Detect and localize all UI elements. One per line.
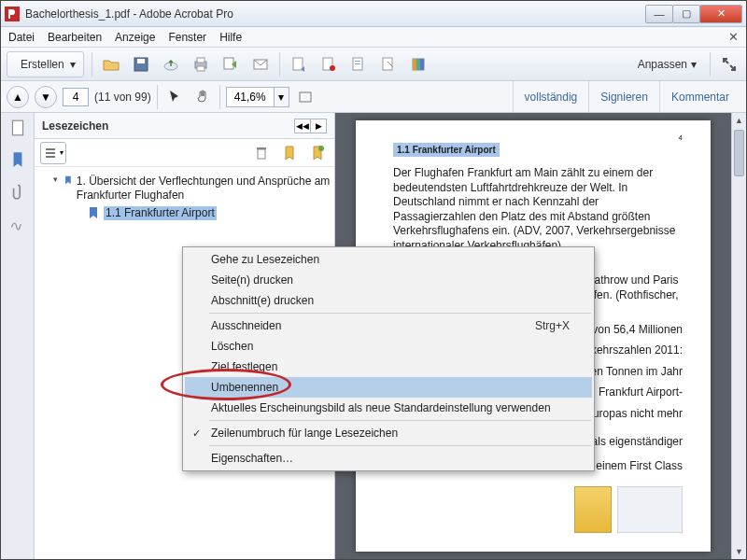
svg-point-30 bbox=[318, 146, 324, 151]
email-button[interactable] bbox=[249, 53, 272, 76]
page-heading: 1.1 Frankfurter Airport bbox=[393, 143, 500, 157]
panel-prev-button[interactable]: ◀◀ bbox=[294, 119, 311, 133]
multimedia-button[interactable] bbox=[407, 53, 430, 76]
menubar: Datei Bearbeiten Anzeige Fenster Hilfe ✕ bbox=[1, 27, 746, 48]
svg-rect-23 bbox=[300, 92, 311, 102]
export-pdf-button[interactable] bbox=[288, 53, 310, 76]
shortcut-label: Strg+X bbox=[535, 319, 570, 332]
signatures-icon[interactable] bbox=[8, 214, 27, 232]
create-pdf-button[interactable] bbox=[317, 53, 340, 76]
maximize-button[interactable]: ▢ bbox=[672, 5, 700, 23]
menu-item-set-destination[interactable]: Ziel festlegen bbox=[185, 357, 592, 377]
scroll-up-button[interactable]: ▲ bbox=[732, 113, 746, 128]
svg-rect-10 bbox=[224, 58, 233, 69]
hand-tool-button[interactable] bbox=[191, 86, 214, 108]
menu-item-wrap-bookmarks[interactable]: ✓Zeilenumbruch für lange Lesezeichen bbox=[185, 423, 592, 443]
zoom-control: ▾ bbox=[226, 87, 289, 107]
menu-datei[interactable]: Datei bbox=[8, 31, 35, 44]
menu-item-properties[interactable]: Eigenschaften… bbox=[185, 448, 592, 469]
context-menu: Gehe zu Lesezeichen Seite(n) drucken Abs… bbox=[182, 246, 595, 471]
zoom-tool-button[interactable] bbox=[295, 86, 317, 108]
comment-button[interactable] bbox=[377, 53, 400, 76]
collapse-icon[interactable]: ▾ bbox=[53, 175, 60, 184]
bookmark-icon bbox=[87, 206, 100, 219]
svg-rect-16 bbox=[355, 61, 360, 62]
zoom-dropdown[interactable]: ▾ bbox=[274, 88, 289, 106]
menu-item-goto-bookmark[interactable]: Gehe zu Lesezeichen bbox=[185, 249, 592, 270]
create-button[interactable]: Erstellen ▾ bbox=[7, 51, 84, 77]
menu-item-delete[interactable]: Löschen bbox=[185, 336, 592, 357]
print-button[interactable] bbox=[190, 53, 212, 76]
svg-rect-8 bbox=[197, 58, 204, 63]
share-button[interactable] bbox=[219, 53, 242, 76]
customize-label: Anpassen bbox=[638, 58, 687, 71]
svg-rect-29 bbox=[257, 147, 266, 149]
thumbnails-icon[interactable] bbox=[8, 119, 27, 137]
svg-rect-27 bbox=[46, 156, 55, 158]
menu-item-print-sections[interactable]: Abschnitt(e) drucken bbox=[185, 290, 592, 311]
main-toolbar: Erstellen ▾ Anpassen ▾ bbox=[1, 48, 746, 81]
save-button[interactable] bbox=[130, 53, 152, 76]
svg-rect-5 bbox=[137, 59, 145, 63]
right-panel-tabs: vollständig Signieren Kommentar bbox=[513, 81, 740, 113]
page-image-placeholder bbox=[574, 486, 612, 533]
fullscreen-button[interactable] bbox=[718, 53, 740, 76]
svg-rect-28 bbox=[258, 149, 265, 159]
bookmark-options-button[interactable]: ▾ bbox=[40, 142, 66, 164]
menu-hilfe[interactable]: Hilfe bbox=[219, 31, 242, 44]
chevron-down-icon: ▾ bbox=[70, 58, 76, 71]
delete-bookmark-button[interactable] bbox=[250, 142, 273, 164]
page-input[interactable] bbox=[63, 88, 89, 106]
menu-item-use-appearance[interactable]: Aktuelles Erscheinungsbild als neue Stan… bbox=[185, 398, 592, 418]
cloud-button[interactable] bbox=[160, 53, 182, 76]
scroll-thumb[interactable] bbox=[734, 130, 744, 176]
panel-next-button[interactable]: ▶ bbox=[310, 119, 327, 133]
new-bookmark-from-structure-button[interactable] bbox=[306, 142, 329, 164]
tab-signieren[interactable]: Signieren bbox=[588, 81, 659, 113]
svg-rect-25 bbox=[46, 148, 55, 150]
bookmarks-title: Lesezeichen bbox=[42, 119, 295, 133]
zoom-input[interactable] bbox=[227, 88, 274, 106]
attachments-icon[interactable] bbox=[8, 182, 27, 201]
svg-rect-22 bbox=[420, 59, 424, 70]
menu-item-print-pages[interactable]: Seite(n) drucken bbox=[185, 270, 592, 290]
new-bookmark-button[interactable] bbox=[278, 142, 301, 164]
next-page-button[interactable]: ▼ bbox=[35, 86, 57, 108]
page-total: (11 von 99) bbox=[94, 91, 151, 104]
bookmark-item[interactable]: ▾ 1. Übersicht der Verflechtungen und An… bbox=[36, 173, 332, 204]
minimize-button[interactable]: — bbox=[645, 5, 673, 23]
menu-item-rename[interactable]: Umbenennen bbox=[185, 377, 592, 398]
bookmark-label: 1.1 Frankfurter Airport bbox=[104, 206, 217, 220]
svg-point-14 bbox=[330, 65, 335, 71]
svg-rect-24 bbox=[12, 120, 22, 135]
bookmarks-tools: ▾ bbox=[35, 139, 334, 167]
menu-bearbeiten[interactable]: Bearbeiten bbox=[48, 31, 102, 44]
bookmark-item[interactable]: 1.1 Frankfurter Airport bbox=[36, 204, 332, 222]
menubar-close-icon[interactable]: ✕ bbox=[728, 30, 739, 44]
menu-fenster[interactable]: Fenster bbox=[168, 31, 206, 44]
svg-rect-12 bbox=[293, 58, 303, 70]
menu-anzeige[interactable]: Anzeige bbox=[115, 31, 155, 44]
prev-page-button[interactable]: ▲ bbox=[7, 86, 29, 108]
bookmarks-icon[interactable] bbox=[8, 150, 27, 169]
page-image-placeholder bbox=[617, 486, 683, 533]
customize-button[interactable]: Anpassen ▾ bbox=[632, 58, 702, 71]
close-button[interactable]: ✕ bbox=[699, 5, 742, 23]
left-rail bbox=[1, 113, 35, 559]
page-number: 4 bbox=[679, 133, 683, 143]
tab-kommentar[interactable]: Kommentar bbox=[659, 81, 740, 113]
page-controls: (11 von 99) bbox=[63, 88, 151, 106]
svg-rect-21 bbox=[416, 59, 420, 70]
scroll-down-button[interactable]: ▼ bbox=[732, 544, 746, 559]
chevron-down-icon: ▾ bbox=[691, 58, 697, 71]
page-text: Der Flughafen Frankfurt am Main zählt zu… bbox=[393, 166, 683, 254]
menu-item-cut[interactable]: AusschneidenStrg+X bbox=[185, 315, 592, 336]
tab-vollstaendig[interactable]: vollständig bbox=[513, 81, 589, 113]
app-icon bbox=[5, 7, 20, 21]
select-tool-button[interactable] bbox=[163, 86, 186, 108]
open-button[interactable] bbox=[100, 53, 122, 76]
svg-rect-26 bbox=[46, 152, 55, 154]
vertical-scrollbar[interactable]: ▲ ▼ bbox=[731, 113, 746, 559]
window-buttons: — ▢ ✕ bbox=[646, 5, 742, 23]
edit-pdf-button[interactable] bbox=[347, 53, 370, 76]
